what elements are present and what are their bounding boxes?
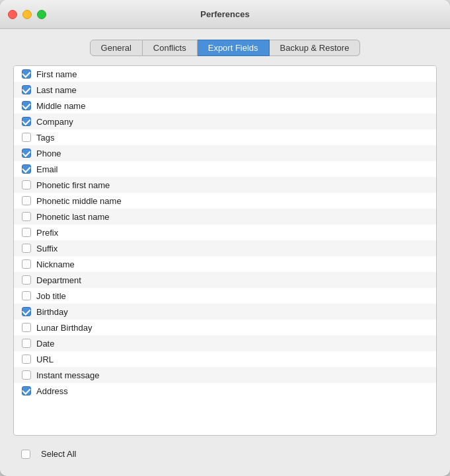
checkbox-first-name[interactable] [22, 69, 31, 79]
list-item-instant-message[interactable]: Instant message [14, 367, 436, 383]
label-phone: Phone [36, 149, 61, 158]
checkbox-address[interactable] [22, 386, 31, 395]
window-content: GeneralConflictsExport FieldsBackup & Re… [0, 29, 450, 476]
label-phonetic-last-name: Phonetic last name [36, 212, 110, 222]
list-item-birthday[interactable]: Birthday [14, 304, 436, 320]
label-lunar-birthday: Lunar Birthday [36, 323, 93, 333]
tab-conflicts[interactable]: Conflicts [143, 40, 198, 56]
list-item-phonetic-first-name[interactable]: Phonetic first name [14, 177, 436, 193]
list-item-tags[interactable]: Tags [14, 129, 436, 145]
list-item-job-title[interactable]: Job title [14, 288, 436, 304]
label-prefix: Prefix [36, 228, 58, 238]
label-company: Company [36, 117, 73, 127]
checkbox-last-name[interactable] [22, 85, 31, 94]
label-email: Email [36, 164, 58, 174]
checkbox-nickname[interactable] [22, 259, 31, 269]
checkbox-phonetic-last-name[interactable] [22, 212, 31, 221]
list-item-nickname[interactable]: Nickname [14, 256, 436, 272]
select-all-checkbox[interactable] [21, 450, 30, 459]
preferences-window: Perferences GeneralConflictsExport Field… [0, 0, 450, 476]
checkbox-phone[interactable] [22, 149, 31, 158]
bottom-bar: Select All [13, 445, 437, 463]
close-button[interactable] [8, 10, 17, 19]
checkbox-department[interactable] [22, 275, 31, 285]
label-birthday: Birthday [36, 307, 68, 317]
tab-export-fields[interactable]: Export Fields [198, 40, 270, 56]
list-item-middle-name[interactable]: Middle name [14, 98, 436, 114]
title-bar: Perferences [0, 0, 450, 29]
tab-bar: GeneralConflictsExport FieldsBackup & Re… [13, 40, 437, 56]
list-item-prefix[interactable]: Prefix [14, 224, 436, 240]
label-phonetic-first-name: Phonetic first name [36, 180, 110, 190]
list-item-url[interactable]: URL [14, 351, 436, 367]
checkbox-phonetic-first-name[interactable] [22, 180, 31, 189]
list-item-department[interactable]: Department [14, 272, 436, 288]
list-item-phonetic-middle-name[interactable]: Phonetic middle name [14, 193, 436, 209]
list-item-address[interactable]: Address [14, 383, 436, 399]
checkbox-birthday[interactable] [22, 307, 31, 316]
checkbox-lunar-birthday[interactable] [22, 323, 31, 332]
label-tags: Tags [36, 133, 54, 143]
window-title: Perferences [200, 9, 249, 19]
fields-list-scroll[interactable]: First nameLast nameMiddle nameCompanyTag… [14, 66, 436, 435]
checkbox-email[interactable] [22, 164, 31, 174]
list-item-email[interactable]: Email [14, 161, 436, 177]
label-nickname: Nickname [36, 259, 75, 269]
checkbox-url[interactable] [22, 355, 31, 364]
label-job-title: Job title [36, 291, 66, 301]
label-phonetic-middle-name: Phonetic middle name [36, 196, 122, 206]
label-date: Date [36, 339, 54, 349]
checkbox-tags[interactable] [22, 133, 31, 142]
label-first-name: First name [36, 69, 77, 79]
list-item-last-name[interactable]: Last name [14, 82, 436, 98]
checkbox-middle-name[interactable] [22, 101, 31, 110]
maximize-button[interactable] [37, 10, 46, 19]
checkbox-phonetic-middle-name[interactable] [22, 196, 31, 205]
list-item-phonetic-last-name[interactable]: Phonetic last name [14, 209, 436, 224]
checkbox-instant-message[interactable] [22, 370, 31, 380]
tab-general[interactable]: General [90, 40, 143, 56]
checkbox-company[interactable] [22, 117, 31, 126]
list-item-date[interactable]: Date [14, 335, 436, 351]
label-instant-message: Instant message [36, 370, 99, 380]
minimize-button[interactable] [22, 10, 32, 19]
list-item-first-name[interactable]: First name [14, 66, 436, 82]
label-url: URL [36, 355, 54, 364]
checkbox-date[interactable] [22, 339, 31, 348]
list-item-suffix[interactable]: Suffix [14, 240, 436, 256]
fields-list-container: First nameLast nameMiddle nameCompanyTag… [13, 65, 437, 436]
checkbox-job-title[interactable] [22, 291, 31, 300]
label-department: Department [36, 275, 81, 285]
list-item-phone[interactable]: Phone [14, 145, 436, 161]
checkbox-suffix[interactable] [22, 244, 31, 253]
window-controls [8, 10, 46, 19]
label-middle-name: Middle name [36, 101, 85, 111]
tab-backup-restore[interactable]: Backup & Restore [270, 40, 361, 56]
list-item-lunar-birthday[interactable]: Lunar Birthday [14, 320, 436, 335]
checkbox-prefix[interactable] [22, 228, 31, 237]
select-all-label: Select All [41, 449, 76, 459]
label-last-name: Last name [36, 85, 77, 95]
list-item-company[interactable]: Company [14, 114, 436, 129]
label-address: Address [36, 386, 68, 396]
label-suffix: Suffix [36, 244, 57, 254]
